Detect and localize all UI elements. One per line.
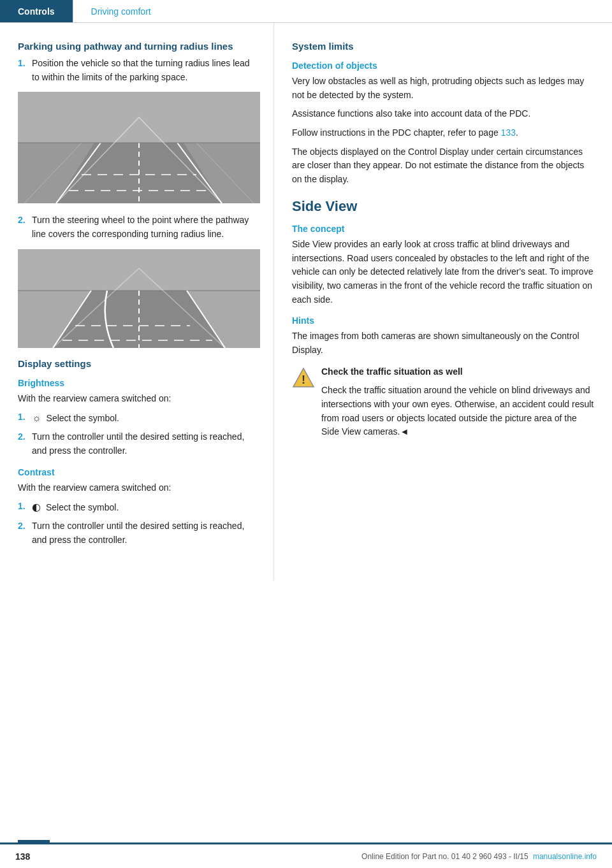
- footer-text: Online Edition for Part no. 01 40 2 960 …: [361, 852, 528, 861]
- section-display-title: Display settings: [18, 358, 258, 369]
- step-text-2: Turn the steering wheel to the point whe…: [32, 213, 258, 241]
- contrast-step-2: 2. Turn the controller until the desired…: [18, 519, 258, 547]
- c-step-text-1: ◐ Select the symbol.: [32, 500, 119, 516]
- detection-p3-post: .: [516, 127, 518, 138]
- warning-content: Check the traffic situation as well Chec…: [321, 365, 594, 444]
- brightness-intro: With the rearview camera switched on:: [18, 392, 258, 406]
- hints-title: Hints: [292, 315, 594, 326]
- brightness-step-2: 2. Turn the controller until the desired…: [18, 430, 258, 458]
- page-header: Controls Driving comfort: [0, 0, 612, 23]
- detection-p4: The objects displayed on the Control Dis…: [292, 145, 594, 187]
- page-number: 138: [15, 851, 30, 862]
- b-step-text-2: Turn the controller until the desired se…: [32, 430, 258, 458]
- parking-step-2: 2. Turn the steering wheel to the point …: [18, 213, 258, 241]
- b-step1-label: Select the symbol.: [47, 413, 119, 423]
- b-step-num-1: 1.: [18, 410, 32, 426]
- road-diagram-2: [18, 249, 260, 348]
- brightness-step-1: 1. ☼ Select the symbol.: [18, 410, 258, 426]
- right-column: System limits Detection of objects Very …: [274, 23, 612, 580]
- side-view-heading: Side View: [292, 198, 594, 215]
- svg-text:!: !: [302, 373, 305, 386]
- warning-triangle-icon: !: [292, 366, 315, 389]
- detection-objects-title: Detection of objects: [292, 61, 594, 71]
- sun-symbol-icon: ☼: [32, 410, 41, 426]
- road-diagram-1: [18, 92, 260, 203]
- concept-title: The concept: [292, 224, 594, 234]
- c-step-num-1: 1.: [18, 500, 32, 516]
- warning-bold-text: Check the traffic situation as well: [321, 365, 594, 379]
- half-circle-symbol-icon: ◐: [32, 500, 41, 516]
- system-limits-title: System limits: [292, 41, 594, 52]
- section-parking-title: Parking using pathway and turning radius…: [18, 41, 258, 52]
- left-column: Parking using pathway and turning radius…: [0, 23, 274, 580]
- main-content: Parking using pathway and turning radius…: [0, 23, 612, 580]
- b-step-text-1: ☼ Select the symbol.: [32, 410, 119, 426]
- warning-detail-text: Check the traffic situation around the v…: [321, 384, 594, 439]
- tab-driving-comfort[interactable]: Driving comfort: [73, 0, 169, 22]
- detection-p1: Very low obstacles as well as high, prot…: [292, 75, 594, 102]
- parking-step-1: 1. Position the vehicle so that the turn…: [18, 57, 258, 84]
- c-step1-label: Select the symbol.: [46, 502, 119, 512]
- step-num-2: 2.: [18, 213, 32, 241]
- c-step-num-2: 2.: [18, 519, 32, 547]
- contrast-intro: With the rearview camera switched on:: [18, 481, 258, 495]
- detection-p3: Follow instructions in the PDC chapter, …: [292, 126, 594, 140]
- detection-p3-pre: Follow instructions in the PDC chapter, …: [292, 127, 501, 138]
- page-link-133[interactable]: 133: [501, 127, 516, 138]
- brightness-steps: 1. ☼ Select the symbol. 2. Turn the cont…: [18, 410, 258, 458]
- brightness-title: Brightness: [18, 378, 258, 388]
- tab-controls[interactable]: Controls: [0, 0, 73, 22]
- svg-rect-15: [18, 249, 260, 291]
- contrast-title: Contrast: [18, 467, 258, 477]
- parking-steps: 1. Position the vehicle so that the turn…: [18, 57, 258, 84]
- concept-text: Side View provides an early look at cros…: [292, 238, 594, 307]
- page-footer: 138 Online Edition for Part no. 01 40 2 …: [0, 843, 612, 868]
- warning-box: ! Check the traffic situation as well Ch…: [292, 365, 594, 444]
- parking-steps-2: 2. Turn the steering wheel to the point …: [18, 213, 258, 241]
- footer-site: manualsonline.info: [533, 852, 597, 861]
- b-step-num-2: 2.: [18, 430, 32, 458]
- contrast-steps: 1. ◐ Select the symbol. 2. Turn the cont…: [18, 500, 258, 547]
- detection-p2: Assistance functions also take into acco…: [292, 107, 594, 121]
- step-text-1: Position the vehicle so that the turning…: [32, 57, 258, 84]
- step-num-1: 1.: [18, 57, 32, 84]
- footer-edition-info: Online Edition for Part no. 01 40 2 960 …: [361, 852, 597, 861]
- hints-p1: The images from both cameras are shown s…: [292, 329, 594, 357]
- c-step-text-2: Turn the controller until the desired se…: [32, 519, 258, 547]
- contrast-step-1: 1. ◐ Select the symbol.: [18, 500, 258, 516]
